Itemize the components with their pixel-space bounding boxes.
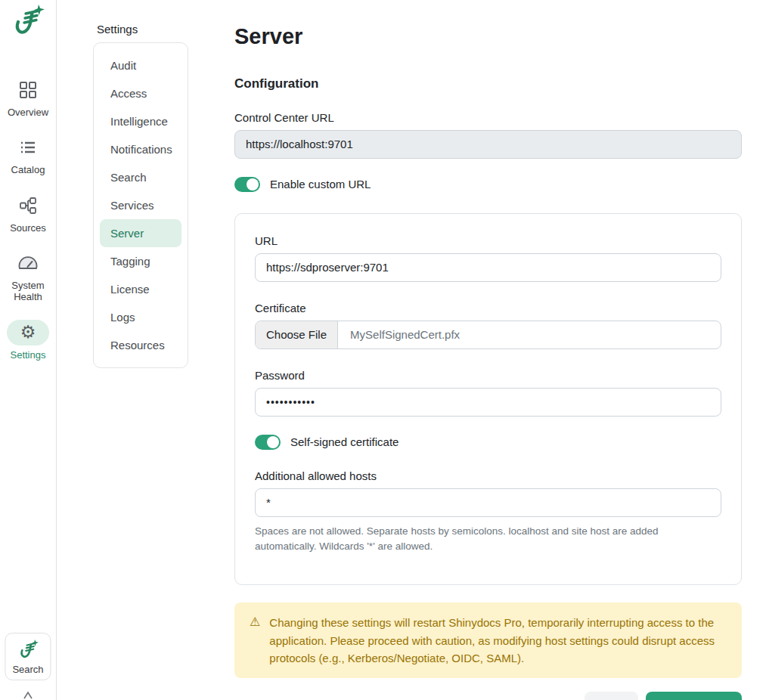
settings-menu-item-license[interactable]: License [100, 275, 181, 303]
settings-menu-item-services[interactable]: Services [100, 191, 181, 219]
list-icon [7, 135, 49, 160]
network-icon [7, 193, 49, 218]
certificate-file-input: Choose File MySelfSignedCert.pfx [255, 321, 721, 349]
sidebar-item-sources[interactable]: Sources [1, 193, 56, 234]
sidebar-item-label: Overview [8, 107, 48, 118]
configuration-heading: Configuration [234, 76, 742, 91]
allowed-hosts-input[interactable] [255, 488, 721, 517]
sidebar-item-label: Settings [11, 349, 46, 361]
sidebar-item-label: Sources [10, 222, 46, 234]
settings-menu-item-logs[interactable]: Logs [100, 303, 181, 331]
gauge-icon [7, 250, 49, 276]
settings-menu-item-search[interactable]: Search [100, 163, 181, 191]
app-window: Overview Catalog [0, 0, 766, 700]
settings-menu-item-resources[interactable]: Resources [100, 331, 181, 359]
brand-logo-icon [17, 640, 39, 662]
page-title: Server [234, 25, 742, 49]
control-center-url-input [234, 130, 742, 159]
sidebar-search-label: Search [12, 664, 43, 675]
sidebar-search-launcher[interactable]: Search [5, 633, 51, 680]
certificate-filename: MySelfSignedCert.pfx [338, 321, 472, 348]
restart-warning-banner: ⚠ Changing these settings will restart S… [234, 602, 742, 678]
brand-logo-icon [11, 5, 45, 39]
sidebar-item-settings[interactable]: ⚙ Settings [1, 320, 56, 361]
password-input[interactable] [255, 388, 721, 417]
self-signed-toggle[interactable] [255, 435, 281, 450]
sidebar-item-system-health[interactable]: System Health [1, 250, 56, 303]
settings-menu-item-audit[interactable]: Audit [100, 51, 181, 79]
password-label: Password [255, 369, 721, 382]
server-settings-page: Server Configuration Control Center URL … [188, 0, 766, 700]
restart-warning-text: Changing these settings will restart Shi… [269, 614, 727, 667]
save-changes-button[interactable]: Save changes [646, 692, 742, 700]
reset-button[interactable]: Reset [585, 692, 638, 700]
enable-custom-url-label: Enable custom URL [270, 178, 371, 190]
allowed-hosts-label: Additional allowed hosts [255, 469, 721, 482]
gear-icon: ⚙ [7, 320, 49, 345]
sidebar-collapse-caret[interactable] [23, 689, 33, 700]
allowed-hosts-help: Spaces are not allowed. Separate hosts b… [255, 524, 721, 555]
settings-menu-item-access[interactable]: Access [100, 79, 181, 107]
self-signed-label: Self-signed certificate [290, 435, 399, 448]
settings-menu-item-tagging[interactable]: Tagging [100, 247, 181, 275]
url-label: URL [255, 234, 721, 247]
sidebar-nav: Overview Catalog [0, 77, 56, 361]
settings-menu-item-intelligence[interactable]: Intelligence [100, 107, 181, 135]
enable-custom-url-toggle[interactable] [234, 177, 260, 192]
sidebar-item-overview[interactable]: Overview [1, 77, 56, 118]
choose-file-button[interactable]: Choose File [256, 321, 338, 348]
settings-menu-item-notifications[interactable]: Notifications [100, 135, 181, 163]
settings-menu: Audit Access Intelligence Notifications … [93, 42, 188, 368]
form-actions: Reset Save changes [234, 692, 742, 700]
sidebar-item-catalog[interactable]: Catalog [1, 135, 56, 175]
url-input[interactable] [255, 253, 721, 282]
sidebar-item-label: System Health [1, 280, 56, 303]
enable-custom-url-row: Enable custom URL [234, 177, 742, 192]
grid-icon [7, 77, 49, 103]
sidebar: Overview Catalog [0, 0, 57, 700]
self-signed-row: Self-signed certificate [255, 435, 721, 450]
settings-menu-column: Settings Audit Access Intelligence Notif… [93, 0, 188, 700]
control-center-url-label: Control Center URL [234, 111, 742, 124]
certificate-label: Certificate [255, 302, 721, 314]
sidebar-item-label: Catalog [11, 164, 45, 175]
custom-url-panel: URL Certificate Choose File MySelfSigned… [234, 213, 742, 586]
settings-menu-item-server[interactable]: Server [100, 219, 181, 247]
warning-icon: ⚠ [250, 614, 260, 667]
settings-menu-heading: Settings [97, 23, 188, 36]
